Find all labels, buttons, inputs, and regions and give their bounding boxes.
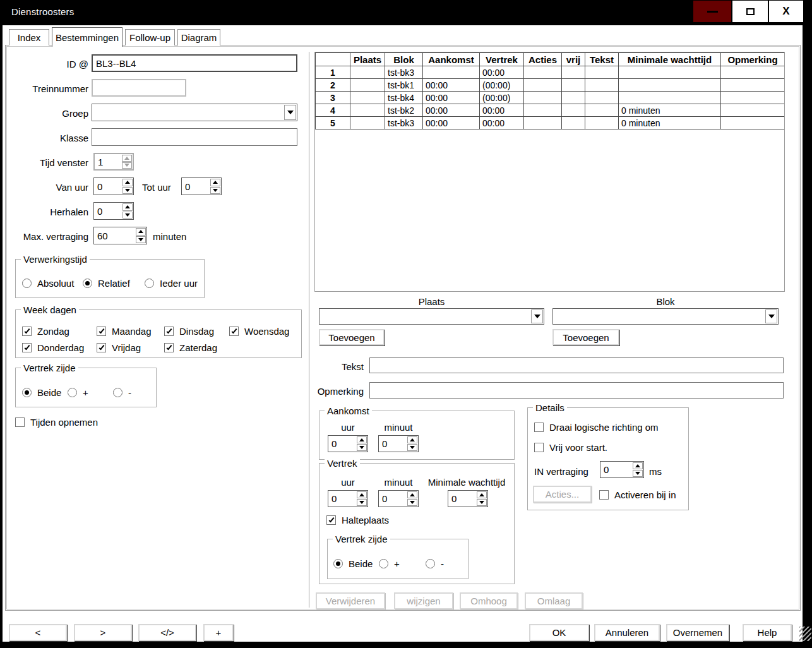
radio-beide-vertrek[interactable]: Beide — [333, 558, 373, 569]
max-vertraging-spinner[interactable]: 60 — [93, 227, 147, 244]
spin-down-button[interactable] — [122, 212, 133, 219]
aankomst-uur-spinner[interactable]: 0 — [328, 435, 368, 452]
checkbox-woensdag[interactable]: Woensdag — [229, 326, 289, 337]
spin-down-button[interactable] — [407, 499, 417, 506]
checkbox-halteplaats[interactable]: Halteplaats — [326, 515, 389, 525]
annuleren-button[interactable]: Annuleren — [594, 624, 660, 641]
opmerking-input[interactable] — [369, 382, 784, 399]
herhalen-spinner[interactable]: 0 — [93, 202, 134, 220]
treinnummer-input[interactable] — [92, 79, 186, 97]
checkbox-tijden-opnemen[interactable]: Tijden opnemen — [15, 417, 98, 428]
checkbox-vrijdag[interactable]: Vrijdag — [97, 342, 141, 353]
van-uur-spinner[interactable]: 0 — [93, 177, 134, 195]
tijd-venster-spinner[interactable]: 1 — [93, 153, 134, 171]
tab-bestemmingen[interactable]: Bestemmingen — [52, 27, 122, 47]
plaats-combobox[interactable] — [319, 308, 544, 325]
checkbox-zondag[interactable]: Zondag — [22, 326, 69, 337]
plaats-toevoegen-button[interactable]: Toevoegen — [319, 329, 385, 345]
klasse-input[interactable] — [92, 128, 297, 146]
spin-up-button[interactable] — [122, 203, 133, 211]
checkbox-zaterdag[interactable]: Zaterdag — [164, 342, 217, 353]
blok-combobox[interactable] — [552, 308, 779, 325]
check-icon — [24, 344, 30, 349]
radio-minus[interactable]: - — [113, 387, 131, 398]
minimale-wachttijd-spinner[interactable]: 0 — [448, 490, 488, 507]
spin-up-button[interactable] — [477, 491, 487, 498]
minimale-wachttijd-label: Minimale wachttijd — [419, 476, 514, 489]
add-button[interactable]: + — [203, 624, 234, 641]
spin-down-button[interactable] — [357, 444, 367, 451]
groep-dropdown-button[interactable] — [284, 105, 296, 120]
spin-down-button[interactable] — [122, 162, 132, 169]
checkbox-icon — [22, 327, 32, 336]
radio-ieder-uur[interactable]: Ieder uur — [145, 278, 198, 289]
tab-follow-up[interactable]: Follow-up — [125, 29, 175, 45]
spin-up-button[interactable] — [122, 155, 132, 162]
bestemmingen-table-container[interactable]: PlaatsBlokAankomstVertrekActiesvrijTekst… — [314, 52, 785, 292]
spin-down-button[interactable] — [210, 187, 220, 195]
table-row[interactable]: 4tst-bk200:0000:000 minuten — [316, 104, 785, 117]
checkbox-maandag[interactable]: Maandag — [97, 326, 152, 337]
dialog-client-area: Index Bestemmingen Follow-up Diagram ID … — [3, 25, 803, 642]
resize-grip[interactable] — [799, 627, 811, 641]
spin-up-button[interactable] — [357, 491, 367, 498]
help-button[interactable]: Help — [743, 624, 792, 641]
tekst-input[interactable] — [369, 357, 784, 373]
table-row[interactable]: 2tst-bk100:00(00:00) — [316, 79, 785, 92]
radio-minus-vertrek[interactable]: - — [426, 558, 444, 569]
spin-up-button[interactable] — [136, 228, 146, 236]
minimize-button[interactable] — [693, 1, 731, 22]
spin-up-button[interactable] — [122, 179, 133, 186]
verwijderen-button[interactable]: Verwijderen — [316, 592, 385, 609]
checkbox-dinsdag[interactable]: Dinsdag — [164, 326, 214, 337]
omlaag-button[interactable]: Omlaag — [525, 592, 583, 609]
spin-down-button[interactable] — [477, 499, 487, 506]
overnemen-button[interactable]: Overnemen — [666, 624, 729, 641]
table-row[interactable]: 1tst-bk300:00 — [316, 66, 785, 79]
plaats-dropdown-button[interactable] — [531, 309, 543, 323]
spin-up-icon — [635, 464, 640, 467]
spin-down-button[interactable] — [136, 236, 146, 244]
radio-plus-vertrek[interactable]: + — [379, 558, 400, 569]
ok-button[interactable]: OK — [529, 624, 589, 641]
week-dagen-groupbox: Week dagen Zondag Maandag Dinsdag Woensd… — [15, 309, 302, 358]
tab-index[interactable]: Index — [9, 29, 49, 45]
checkbox-draai-logische-richting[interactable]: Draai logische richting om — [534, 422, 659, 433]
aankomst-minuut-spinner[interactable]: 0 — [378, 435, 419, 452]
split-button[interactable]: </> — [138, 624, 196, 641]
spin-down-button[interactable] — [633, 470, 643, 477]
spin-up-button[interactable] — [357, 436, 367, 443]
table-row[interactable]: 3tst-bk400:00(00:00) — [316, 92, 785, 104]
spin-down-button[interactable] — [407, 444, 417, 451]
close-button[interactable]: X — [769, 1, 803, 22]
table-row[interactable]: 5tst-bk300:0000:000 minuten — [316, 117, 785, 129]
omhoog-button[interactable]: Omhoog — [460, 592, 518, 609]
vertrek-uur-spinner[interactable]: 0 — [328, 490, 368, 507]
spin-up-button[interactable] — [407, 491, 417, 498]
checkbox-vrij-voor-start[interactable]: Vrij voor start. — [534, 442, 607, 453]
next-button[interactable]: > — [74, 624, 132, 641]
in-vertraging-spinner[interactable]: 0 — [600, 461, 644, 478]
radio-beide[interactable]: Beide — [22, 387, 61, 398]
spin-up-button[interactable] — [633, 462, 643, 469]
checkbox-donderdag[interactable]: Donderdag — [22, 342, 84, 353]
prev-button[interactable]: < — [9, 624, 67, 641]
spin-down-button[interactable] — [122, 187, 133, 195]
acties-button[interactable]: Acties... — [533, 486, 592, 503]
spin-down-button[interactable] — [357, 499, 367, 506]
radio-plus[interactable]: + — [68, 387, 88, 398]
maximize-button[interactable] — [732, 1, 768, 22]
id-input[interactable] — [92, 54, 297, 72]
blok-toevoegen-button[interactable]: Toevoegen — [552, 329, 619, 345]
radio-relatief[interactable]: Relatief — [83, 278, 130, 289]
groep-combobox[interactable] — [92, 104, 297, 121]
checkbox-activeren-bij-in[interactable]: Activeren bij in — [599, 489, 676, 500]
blok-dropdown-button[interactable] — [765, 309, 777, 323]
tot-uur-spinner[interactable]: 0 — [181, 177, 222, 195]
tab-diagram[interactable]: Diagram — [177, 29, 220, 45]
spin-up-button[interactable] — [407, 436, 417, 443]
vertrek-minuut-spinner[interactable]: 0 — [378, 490, 419, 507]
spin-up-button[interactable] — [210, 179, 220, 186]
wijzigen-button[interactable]: wijzigen — [394, 592, 453, 609]
radio-absoluut[interactable]: Absoluut — [22, 278, 74, 289]
